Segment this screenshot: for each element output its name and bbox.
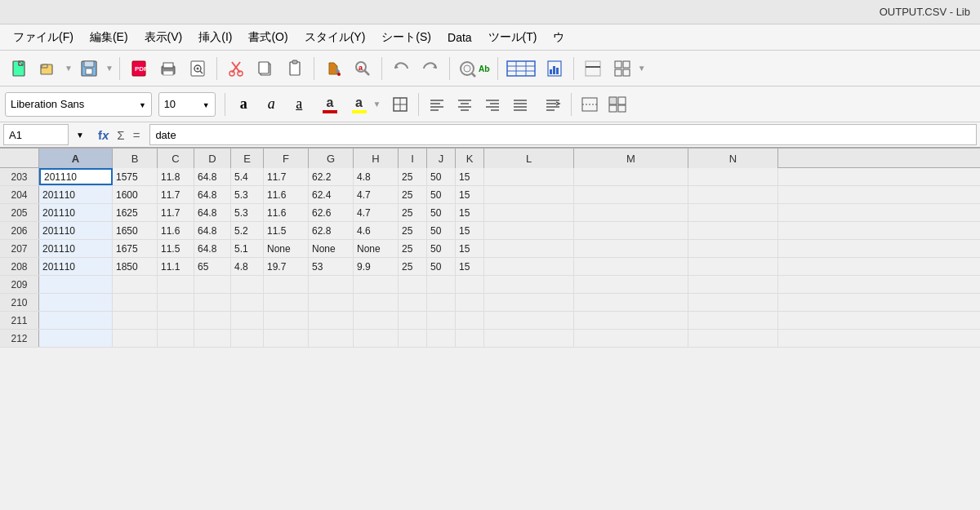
underline-button[interactable]: a <box>286 91 312 118</box>
cell[interactable]: 9.9 <box>354 258 399 275</box>
cell[interactable]: 64.8 <box>194 186 231 203</box>
col-header-l[interactable]: L <box>484 149 574 168</box>
cell[interactable]: 64.8 <box>194 240 231 257</box>
function-wizard-icon[interactable]: fx <box>95 126 112 144</box>
cell[interactable] <box>574 330 688 347</box>
cell[interactable] <box>427 276 456 293</box>
cell[interactable] <box>309 276 354 293</box>
cell[interactable]: 1625 <box>113 204 158 221</box>
cell[interactable]: 15 <box>456 186 484 203</box>
cell[interactable]: 15 <box>456 204 484 221</box>
cell[interactable]: 25 <box>399 168 427 185</box>
cell[interactable] <box>484 168 574 185</box>
cell[interactable]: None <box>264 240 309 257</box>
cell[interactable] <box>484 204 574 221</box>
cell[interactable] <box>427 330 456 347</box>
cell[interactable] <box>574 312 688 329</box>
cell[interactable] <box>39 312 113 329</box>
menu-file[interactable]: ファイル(F) <box>7 27 80 48</box>
cell[interactable] <box>264 312 309 329</box>
cell[interactable] <box>264 276 309 293</box>
merge-cells-button[interactable] <box>577 91 603 118</box>
bold-button[interactable]: a <box>230 91 256 118</box>
open-button[interactable] <box>34 55 62 82</box>
menu-view[interactable]: 表示(V) <box>138 27 189 48</box>
cell[interactable] <box>39 276 113 293</box>
col-header-i[interactable]: I <box>399 149 427 168</box>
cell[interactable] <box>113 276 158 293</box>
cell[interactable] <box>688 240 778 257</box>
cell[interactable] <box>456 312 484 329</box>
save-button[interactable] <box>75 55 103 82</box>
cell[interactable] <box>484 222 574 239</box>
col-header-e[interactable]: E <box>231 149 264 168</box>
cell[interactable] <box>194 330 231 347</box>
chart-button[interactable] <box>541 55 568 82</box>
cell[interactable] <box>484 186 574 203</box>
cell[interactable]: 201110 <box>39 186 113 203</box>
cell[interactable] <box>309 294 354 311</box>
align-center-button[interactable] <box>452 91 478 118</box>
cell[interactable]: 201110 <box>39 258 113 275</box>
borders-format-button[interactable] <box>387 91 413 118</box>
menu-extra[interactable]: ウ <box>546 27 571 48</box>
cell[interactable]: 11.5 <box>264 222 309 239</box>
borders-button[interactable] <box>608 55 636 82</box>
cell-reference-box[interactable]: A1 <box>3 124 69 145</box>
align-right-button[interactable] <box>479 91 506 118</box>
cell[interactable] <box>399 330 427 347</box>
cell[interactable]: 1650 <box>113 222 158 239</box>
cell[interactable] <box>194 294 231 311</box>
cell[interactable] <box>231 330 264 347</box>
col-header-n[interactable]: N <box>688 149 778 168</box>
cell[interactable] <box>399 294 427 311</box>
justify-button[interactable] <box>507 91 533 118</box>
cell[interactable]: 64.8 <box>194 222 231 239</box>
formula-equals-icon[interactable]: = <box>130 126 144 144</box>
cell[interactable]: 201110 <box>39 204 113 221</box>
cell[interactable]: 15 <box>456 222 484 239</box>
cell[interactable]: 4.6 <box>354 222 399 239</box>
conditional-format-button[interactable] <box>604 91 630 118</box>
cell[interactable]: 25 <box>399 258 427 275</box>
col-header-b[interactable]: B <box>113 149 158 168</box>
cell[interactable] <box>484 258 574 275</box>
cell[interactable]: 1575 <box>113 168 158 185</box>
cell[interactable] <box>574 204 688 221</box>
menu-edit[interactable]: 編集(E) <box>83 27 135 48</box>
cell[interactable] <box>264 330 309 347</box>
cell[interactable]: 65 <box>194 258 231 275</box>
cell[interactable]: 25 <box>399 186 427 203</box>
cell[interactable]: 11.6 <box>264 204 309 221</box>
preview-button[interactable] <box>184 55 212 82</box>
menu-tools[interactable]: ツール(T) <box>482 27 544 48</box>
cell[interactable] <box>574 294 688 311</box>
pdf-button[interactable]: PDF <box>125 55 153 82</box>
cell[interactable]: 50 <box>427 186 456 203</box>
cell[interactable] <box>427 312 456 329</box>
highlight-color-button[interactable]: a <box>348 93 371 116</box>
cell[interactable]: 201110 <box>39 168 113 185</box>
cell[interactable]: 64.8 <box>194 204 231 221</box>
cell[interactable]: 5.1 <box>231 240 264 257</box>
cut-button[interactable] <box>222 55 250 82</box>
cell[interactable]: None <box>354 240 399 257</box>
cell[interactable] <box>158 312 194 329</box>
cell[interactable] <box>399 312 427 329</box>
cell[interactable] <box>231 276 264 293</box>
cell[interactable]: 64.8 <box>194 168 231 185</box>
cell[interactable] <box>354 330 399 347</box>
cell[interactable]: 15 <box>456 258 484 275</box>
cell[interactable]: 19.7 <box>264 258 309 275</box>
cell[interactable]: 4.8 <box>354 168 399 185</box>
cell[interactable] <box>688 204 778 221</box>
menu-sheet[interactable]: シート(S) <box>375 27 438 48</box>
cell[interactable]: 5.2 <box>231 222 264 239</box>
col-header-j[interactable]: J <box>427 149 456 168</box>
insert-table-button[interactable] <box>503 55 539 82</box>
cell[interactable]: 15 <box>456 168 484 185</box>
find-replace-button[interactable]: a <box>349 55 376 82</box>
cell[interactable]: 62.8 <box>309 222 354 239</box>
cell[interactable] <box>688 168 778 185</box>
cell[interactable]: 53 <box>309 258 354 275</box>
